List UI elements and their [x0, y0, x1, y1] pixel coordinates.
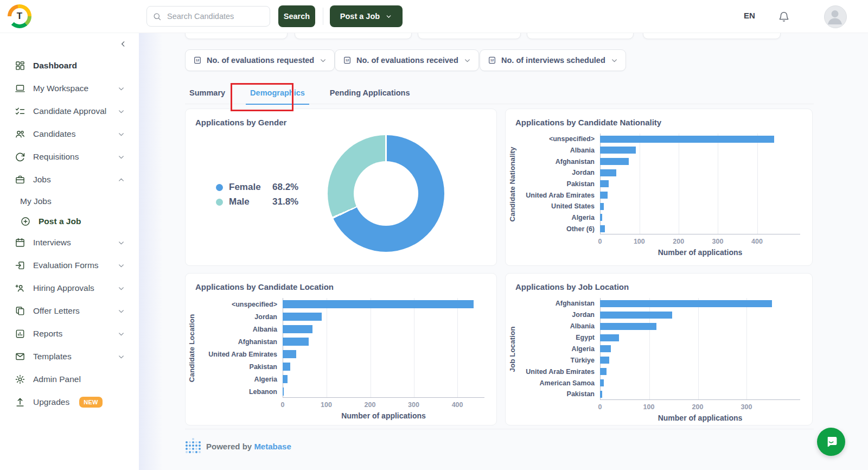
bar-pakistan[interactable]: [600, 391, 602, 398]
number-filter-icon: 12: [193, 56, 202, 65]
bar-row: Algeria: [199, 373, 484, 385]
powered-by: Powered by Metabase: [206, 442, 291, 451]
x-tick-label: 100: [643, 403, 655, 411]
sidebar-item-label: Requisitions: [33, 152, 79, 162]
x-tick-label: 300: [741, 403, 752, 411]
footer-divider: [185, 429, 814, 429]
bar-row: Other (6): [519, 223, 800, 234]
grid-icon: [15, 60, 25, 71]
bar-egypt[interactable]: [600, 334, 619, 341]
search-input[interactable]: [166, 11, 255, 21]
bar-t-rkiye[interactable]: [600, 357, 609, 364]
sidebar-item-label: Interviews: [33, 238, 71, 247]
app-logo-letter: T: [11, 8, 28, 24]
y-axis-title: Candidate Location: [188, 314, 196, 382]
sidebar-item-candidates[interactable]: Candidates: [0, 123, 139, 145]
chevron-up-icon: [118, 176, 125, 183]
search-box[interactable]: [146, 6, 270, 27]
user-plus-icon: [15, 283, 25, 294]
bar-albania[interactable]: [600, 323, 656, 330]
gender-donut-chart[interactable]: [328, 135, 444, 252]
bar-united-arab-emirates[interactable]: [600, 192, 608, 199]
bar-jordan[interactable]: [600, 312, 672, 319]
sidebar-item-post-a-job[interactable]: Post a Job: [0, 211, 139, 231]
sidebar-item-label: Jobs: [33, 175, 51, 185]
card-applications-by-candidate-location: Applications by Candidate Location Candi…: [185, 273, 497, 425]
bar-albania[interactable]: [600, 147, 636, 154]
post-a-job-button[interactable]: Post a Job: [330, 5, 403, 27]
category-label: Albania: [199, 326, 283, 333]
bar-pakistan[interactable]: [600, 180, 609, 187]
bar-afghanistan[interactable]: [600, 300, 772, 307]
bar-row: Egypt: [519, 332, 800, 344]
sidebar-item-requisitions[interactable]: Requisitions: [0, 145, 139, 168]
sidebar-item-jobs[interactable]: Jobs: [0, 168, 139, 191]
sidebar-item-reports[interactable]: Reports: [0, 322, 139, 345]
nationality-bar-chart: Candidate Nationality<unspecified>Albani…: [506, 134, 812, 257]
sidebar-item-interviews[interactable]: Interviews: [0, 231, 139, 254]
bar-united-arab-emirates[interactable]: [283, 350, 296, 358]
bar-jordan[interactable]: [283, 313, 322, 321]
bar-lebanon[interactable]: [283, 388, 284, 396]
tab-demographics[interactable]: Demographics: [246, 88, 309, 105]
bar-afghanistan[interactable]: [600, 158, 629, 165]
app-logo[interactable]: T: [8, 4, 31, 28]
bar-other-6-[interactable]: [600, 225, 605, 232]
category-label: Pakistan: [199, 363, 283, 371]
sidebar-item-my-workspace[interactable]: My Workspace: [0, 77, 139, 100]
bar--unspecified-[interactable]: [600, 136, 774, 143]
sidebar-collapse-icon[interactable]: [119, 40, 127, 48]
sidebar-item-my-jobs[interactable]: My Jobs: [0, 191, 139, 211]
search-icon: [152, 12, 162, 21]
bar-albania[interactable]: [283, 325, 312, 333]
tab-summary[interactable]: Summary: [185, 88, 229, 105]
card-applications-by-job-location: Applications by Job Location Job Locatio…: [505, 273, 813, 425]
category-label: Jordan: [519, 311, 600, 319]
sidebar-item-label: Dashboard: [33, 61, 77, 71]
bar-afghanistan[interactable]: [283, 338, 309, 346]
filter-no-of-interviews-scheduled[interactable]: 12No. of interviews scheduled: [480, 49, 626, 71]
chat-bubble-button[interactable]: [817, 428, 845, 456]
category-label: Pakistan: [519, 390, 600, 398]
sidebar-item-offer-letters[interactable]: Offer Letters: [0, 300, 139, 322]
category-label: United Arab Emirates: [519, 192, 600, 199]
bar-algeria[interactable]: [283, 375, 288, 383]
legend-value: 31.8%: [272, 196, 298, 207]
topbar-divider: [323, 8, 323, 25]
search-button[interactable]: Search: [278, 5, 315, 27]
app-window: T Search Post a Job EN DashboardMy Works…: [0, 0, 868, 470]
legend-item-female[interactable]: Female68.2%: [216, 182, 298, 193]
sidebar-item-candidate-approval[interactable]: Candidate Approval: [0, 100, 139, 123]
metabase-link[interactable]: Metabase: [254, 442, 291, 451]
category-label: Afghanistan: [199, 338, 283, 346]
bar-row: <unspecified>: [519, 134, 800, 145]
bar--unspecified-[interactable]: [283, 300, 474, 308]
bar-algeria[interactable]: [600, 345, 611, 352]
tab-pending-applications[interactable]: Pending Applications: [326, 88, 414, 105]
bar-united-arab-emirates[interactable]: [600, 368, 607, 375]
sidebar-item-dashboard[interactable]: Dashboard: [0, 54, 139, 77]
sidebar-item-evaluation-forms[interactable]: Evaluation Forms: [0, 254, 139, 277]
sidebar-item-admin-panel[interactable]: Admin Panel: [0, 368, 139, 391]
bar-algeria[interactable]: [600, 214, 602, 221]
y-axis-title: Candidate Nationality: [508, 147, 516, 221]
filter-no-of-evaluations-received[interactable]: 12No. of evaluations received: [335, 49, 479, 71]
bar-american-samoa[interactable]: [600, 379, 604, 386]
x-axis-title: Number of applications: [600, 248, 800, 257]
notifications-bell-icon[interactable]: [778, 10, 790, 22]
sidebar-item-hiring-approvals[interactable]: Hiring Approvals: [0, 277, 139, 300]
sidebar-item-templates[interactable]: Templates: [0, 345, 139, 368]
filter-no-of-evaluations-requested[interactable]: 12No. of evaluations requested: [185, 49, 335, 71]
bar-jordan[interactable]: [600, 169, 616, 176]
bar-united-states[interactable]: [600, 203, 604, 210]
bar-row: Pakistan: [199, 360, 484, 373]
bar-row: Jordan: [199, 310, 484, 323]
legend-item-male[interactable]: Male31.8%: [216, 196, 298, 207]
x-tick-label: 200: [365, 401, 376, 409]
sidebar-item-label: Evaluation Forms: [33, 261, 99, 270]
sidebar-item-upgrades[interactable]: UpgradesNEW: [0, 391, 139, 414]
sidebar-item-label: Candidates: [33, 129, 75, 139]
user-avatar[interactable]: [824, 5, 847, 28]
bar-pakistan[interactable]: [283, 363, 290, 371]
language-selector[interactable]: EN: [744, 11, 755, 20]
